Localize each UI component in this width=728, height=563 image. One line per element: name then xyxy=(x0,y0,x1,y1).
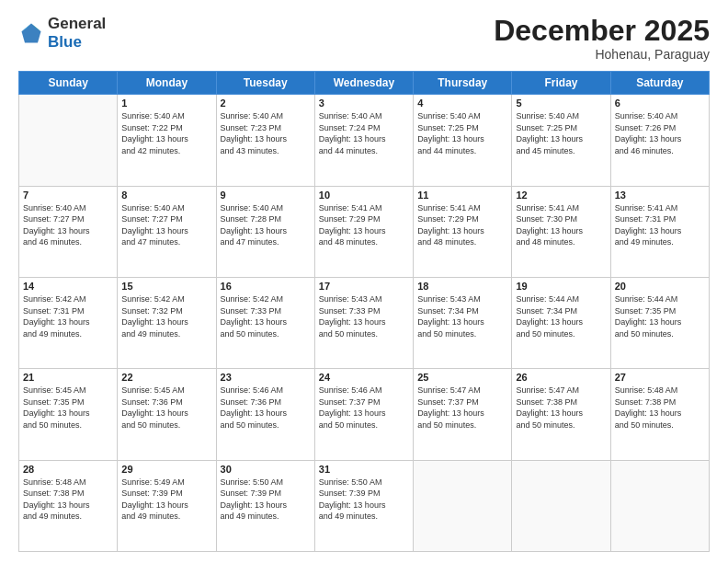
day-number: 14 xyxy=(23,281,113,292)
day-number: 10 xyxy=(319,190,409,201)
day-number: 9 xyxy=(221,190,311,201)
table-row: 28Sunrise: 5:48 AM Sunset: 7:38 PM Dayli… xyxy=(19,460,118,551)
day-info: Sunrise: 5:43 AM Sunset: 7:34 PM Dayligh… xyxy=(417,293,507,339)
col-sunday: Sunday xyxy=(19,72,118,95)
table-row: 5Sunrise: 5:40 AM Sunset: 7:25 PM Daylig… xyxy=(512,95,610,186)
table-row: 8Sunrise: 5:40 AM Sunset: 7:27 PM Daylig… xyxy=(118,186,216,277)
day-info: Sunrise: 5:40 AM Sunset: 7:27 PM Dayligh… xyxy=(121,202,211,248)
calendar-header-row: Sunday Monday Tuesday Wednesday Thursday… xyxy=(19,72,710,95)
day-info: Sunrise: 5:40 AM Sunset: 7:23 PM Dayligh… xyxy=(221,110,311,156)
day-info: Sunrise: 5:40 AM Sunset: 7:25 PM Dayligh… xyxy=(516,110,606,156)
day-number: 27 xyxy=(615,372,705,383)
day-info: Sunrise: 5:47 AM Sunset: 7:38 PM Dayligh… xyxy=(516,385,606,431)
day-info: Sunrise: 5:40 AM Sunset: 7:24 PM Dayligh… xyxy=(319,110,409,156)
table-row: 25Sunrise: 5:47 AM Sunset: 7:37 PM Dayli… xyxy=(414,369,512,460)
table-row: 1Sunrise: 5:40 AM Sunset: 7:22 PM Daylig… xyxy=(118,95,216,186)
svg-marker-0 xyxy=(22,24,41,43)
title-block: December 2025 Hohenau, Paraguay xyxy=(494,15,710,62)
table-row: 21Sunrise: 5:45 AM Sunset: 7:35 PM Dayli… xyxy=(19,369,118,460)
day-number: 3 xyxy=(319,98,409,109)
table-row: 15Sunrise: 5:42 AM Sunset: 7:32 PM Dayli… xyxy=(118,277,216,368)
col-wednesday: Wednesday xyxy=(314,72,413,95)
day-number: 25 xyxy=(417,372,507,383)
day-number: 17 xyxy=(319,281,409,292)
table-row: 19Sunrise: 5:44 AM Sunset: 7:34 PM Dayli… xyxy=(512,277,610,368)
table-row: 22Sunrise: 5:45 AM Sunset: 7:36 PM Dayli… xyxy=(118,369,216,460)
table-row: 9Sunrise: 5:40 AM Sunset: 7:28 PM Daylig… xyxy=(216,186,314,277)
day-info: Sunrise: 5:43 AM Sunset: 7:33 PM Dayligh… xyxy=(319,293,409,339)
day-number: 28 xyxy=(23,464,113,475)
day-number: 30 xyxy=(221,464,311,475)
location-subtitle: Hohenau, Paraguay xyxy=(494,47,710,62)
day-number: 2 xyxy=(221,98,311,109)
day-number: 20 xyxy=(615,281,705,292)
logo-text: General Blue xyxy=(48,15,106,52)
day-number: 18 xyxy=(417,281,507,292)
day-info: Sunrise: 5:41 AM Sunset: 7:29 PM Dayligh… xyxy=(417,202,507,248)
table-row: 18Sunrise: 5:43 AM Sunset: 7:34 PM Dayli… xyxy=(414,277,512,368)
page: General Blue December 2025 Hohenau, Para… xyxy=(0,0,728,563)
table-row: 4Sunrise: 5:40 AM Sunset: 7:25 PM Daylig… xyxy=(414,95,512,186)
day-info: Sunrise: 5:44 AM Sunset: 7:35 PM Dayligh… xyxy=(615,293,705,339)
col-thursday: Thursday xyxy=(414,72,512,95)
day-number: 15 xyxy=(121,281,211,292)
logo: General Blue xyxy=(18,15,106,52)
logo-icon xyxy=(18,20,44,46)
day-info: Sunrise: 5:48 AM Sunset: 7:38 PM Dayligh… xyxy=(23,477,113,523)
day-info: Sunrise: 5:46 AM Sunset: 7:36 PM Dayligh… xyxy=(221,385,311,431)
day-number: 1 xyxy=(121,98,211,109)
table-row: 26Sunrise: 5:47 AM Sunset: 7:38 PM Dayli… xyxy=(512,369,610,460)
table-row: 20Sunrise: 5:44 AM Sunset: 7:35 PM Dayli… xyxy=(610,277,709,368)
logo-general: General xyxy=(48,15,106,32)
day-number: 11 xyxy=(417,190,507,201)
table-row: 27Sunrise: 5:48 AM Sunset: 7:38 PM Dayli… xyxy=(610,369,709,460)
day-info: Sunrise: 5:40 AM Sunset: 7:22 PM Dayligh… xyxy=(121,110,211,156)
table-row: 7Sunrise: 5:40 AM Sunset: 7:27 PM Daylig… xyxy=(19,186,118,277)
day-number: 5 xyxy=(516,98,606,109)
day-info: Sunrise: 5:40 AM Sunset: 7:28 PM Dayligh… xyxy=(221,202,311,248)
day-number: 16 xyxy=(221,281,311,292)
table-row: 10Sunrise: 5:41 AM Sunset: 7:29 PM Dayli… xyxy=(314,186,413,277)
day-number: 23 xyxy=(221,372,311,383)
month-title: December 2025 xyxy=(494,15,710,47)
day-info: Sunrise: 5:45 AM Sunset: 7:35 PM Dayligh… xyxy=(23,385,113,431)
day-number: 29 xyxy=(121,464,211,475)
day-info: Sunrise: 5:44 AM Sunset: 7:34 PM Dayligh… xyxy=(516,293,606,339)
table-row: 23Sunrise: 5:46 AM Sunset: 7:36 PM Dayli… xyxy=(216,369,314,460)
day-number: 21 xyxy=(23,372,113,383)
table-row: 12Sunrise: 5:41 AM Sunset: 7:30 PM Dayli… xyxy=(512,186,610,277)
day-info: Sunrise: 5:42 AM Sunset: 7:33 PM Dayligh… xyxy=(221,293,311,339)
day-number: 7 xyxy=(23,190,113,201)
day-number: 6 xyxy=(615,98,705,109)
day-info: Sunrise: 5:50 AM Sunset: 7:39 PM Dayligh… xyxy=(221,477,311,523)
day-number: 26 xyxy=(516,372,606,383)
table-row: 11Sunrise: 5:41 AM Sunset: 7:29 PM Dayli… xyxy=(414,186,512,277)
day-number: 24 xyxy=(319,372,409,383)
calendar-week-row: 28Sunrise: 5:48 AM Sunset: 7:38 PM Dayli… xyxy=(19,460,710,551)
day-info: Sunrise: 5:48 AM Sunset: 7:38 PM Dayligh… xyxy=(615,385,705,431)
day-info: Sunrise: 5:41 AM Sunset: 7:31 PM Dayligh… xyxy=(615,202,705,248)
day-info: Sunrise: 5:41 AM Sunset: 7:29 PM Dayligh… xyxy=(319,202,409,248)
day-number: 13 xyxy=(615,190,705,201)
col-tuesday: Tuesday xyxy=(216,72,314,95)
day-number: 31 xyxy=(319,464,409,475)
table-row xyxy=(19,95,118,186)
day-info: Sunrise: 5:41 AM Sunset: 7:30 PM Dayligh… xyxy=(516,202,606,248)
table-row: 29Sunrise: 5:49 AM Sunset: 7:39 PM Dayli… xyxy=(118,460,216,551)
table-row: 13Sunrise: 5:41 AM Sunset: 7:31 PM Dayli… xyxy=(610,186,709,277)
calendar-week-row: 14Sunrise: 5:42 AM Sunset: 7:31 PM Dayli… xyxy=(19,277,710,368)
day-info: Sunrise: 5:40 AM Sunset: 7:26 PM Dayligh… xyxy=(615,110,705,156)
table-row: 30Sunrise: 5:50 AM Sunset: 7:39 PM Dayli… xyxy=(216,460,314,551)
day-info: Sunrise: 5:45 AM Sunset: 7:36 PM Dayligh… xyxy=(121,385,211,431)
col-friday: Friday xyxy=(512,72,610,95)
day-number: 4 xyxy=(417,98,507,109)
col-saturday: Saturday xyxy=(610,72,709,95)
calendar-table: Sunday Monday Tuesday Wednesday Thursday… xyxy=(18,71,710,552)
calendar-week-row: 7Sunrise: 5:40 AM Sunset: 7:27 PM Daylig… xyxy=(19,186,710,277)
table-row: 31Sunrise: 5:50 AM Sunset: 7:39 PM Dayli… xyxy=(314,460,413,551)
calendar-week-row: 21Sunrise: 5:45 AM Sunset: 7:35 PM Dayli… xyxy=(19,369,710,460)
day-number: 12 xyxy=(516,190,606,201)
table-row: 17Sunrise: 5:43 AM Sunset: 7:33 PM Dayli… xyxy=(314,277,413,368)
day-info: Sunrise: 5:46 AM Sunset: 7:37 PM Dayligh… xyxy=(319,385,409,431)
day-info: Sunrise: 5:50 AM Sunset: 7:39 PM Dayligh… xyxy=(319,477,409,523)
